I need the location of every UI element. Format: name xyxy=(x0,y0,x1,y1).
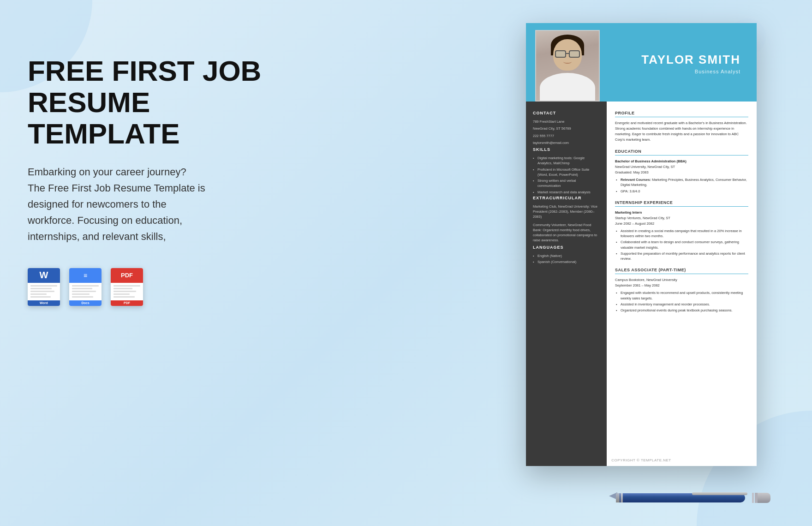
candidate-title: Business Analyst xyxy=(641,69,740,74)
contact-section-title: CONTACT xyxy=(533,111,600,115)
skill-item-1: Digital marketing tools: Google Analytic… xyxy=(533,155,600,166)
left-panel: FREE FIRST JOBRESUME TEMPLATE Embarking … xyxy=(28,55,277,306)
language-item-1: English (Native) xyxy=(533,253,600,258)
internship-section-title: INTERNSHIP EXPERIENCE xyxy=(615,200,748,207)
pen-decoration xyxy=(609,482,770,505)
sales-bullet-3: Organized promotional events during peak… xyxy=(615,308,748,313)
contact-phone: 222 555 7777 xyxy=(533,133,600,138)
resume-document: TAYLOR SMITH Business Analyst CONTACT 78… xyxy=(526,23,757,466)
skills-section-title: SKILLS xyxy=(533,147,600,152)
education-university: NewGrad University, NewGrad City, ST xyxy=(615,164,748,170)
education-graduated: Graduated: May 2083 xyxy=(615,170,748,175)
internship-section: INTERNSHIP EXPERIENCE Marketing Intern S… xyxy=(615,200,748,262)
internship-bullet-1: Assisted in creating a social media camp… xyxy=(615,228,748,239)
format-icons-group: W Word ≡ xyxy=(28,268,277,306)
main-title: FREE FIRST JOBRESUME TEMPLATE xyxy=(28,55,277,150)
pdf-label: PDF xyxy=(124,301,130,305)
sales-company: Campus Bookstore, NewGrad University xyxy=(615,277,748,283)
resume-header: TAYLOR SMITH Business Analyst xyxy=(526,23,757,102)
internship-dates: June 2082 – August 2082 xyxy=(615,221,748,227)
sales-section-title: Sales Associate (Part-time) xyxy=(615,268,748,274)
word-format-icon[interactable]: W Word xyxy=(28,268,60,306)
internship-company: Startup Ventures, NewGrad City, ST xyxy=(615,215,748,221)
resume-left-column: CONTACT 789 FreshStart Lane NewGrad City… xyxy=(526,102,607,466)
resume-body: CONTACT 789 FreshStart Lane NewGrad City… xyxy=(526,102,757,466)
sales-bullet-2: Assisted in inventory management and reo… xyxy=(615,302,748,307)
profile-text: Energetic and motivated recent graduate … xyxy=(615,120,748,143)
languages-section: LANGUAGES English (Native) Spanish (Conv… xyxy=(533,245,600,265)
profile-section: PROFILE Energetic and motivated recent g… xyxy=(615,111,748,143)
sales-bullet-1: Engaged with students to recommend and u… xyxy=(615,290,748,301)
word-icon-letter: W xyxy=(40,270,48,281)
profile-section-title: PROFILE xyxy=(615,111,748,117)
extracurricular-section: EXTRACURRICULAR Marketing Club, NewGrad … xyxy=(533,196,600,243)
internship-bullet-2: Collaborated with a team to design and c… xyxy=(615,239,748,250)
education-gpa: GPA: 3.8/4.0 xyxy=(615,189,748,194)
pdf-format-icon[interactable]: PDF PDF xyxy=(111,268,143,306)
sales-dates: September 2081 – May 2082 xyxy=(615,283,748,288)
resume-photo xyxy=(535,30,600,102)
internship-bullet-3: Supported the preparation of monthly per… xyxy=(615,251,748,262)
word-label: Word xyxy=(40,301,48,305)
contact-city: NewGrad City, ST 56789 xyxy=(533,126,600,131)
skill-item-4: Market research and data analysis xyxy=(533,190,600,195)
skill-item-2: Proficient in Microsoft Office Suite (Wo… xyxy=(533,167,600,178)
docs-format-icon[interactable]: ≡ Docs xyxy=(69,268,102,306)
sales-section: Sales Associate (Part-time) Campus Books… xyxy=(615,268,748,313)
description: Embarking on your career journey?The Fre… xyxy=(28,164,258,245)
extracurricular-section-title: EXTRACURRICULAR xyxy=(533,196,600,200)
pdf-icon-letter: PDF xyxy=(121,272,133,279)
candidate-name: TAYLOR SMITH xyxy=(641,53,740,67)
skills-section: SKILLS Digital marketing tools: Google A… xyxy=(533,147,600,195)
language-item-2: Spanish (Conversational) xyxy=(533,259,600,264)
resume-footer: COPYRIGHT © TEMPLATE.NET xyxy=(526,458,757,462)
contact-address: 789 FreshStart Lane xyxy=(533,119,600,124)
skill-item-3: Strong written and verbal communication xyxy=(533,178,600,189)
extracurricular-item-2: Community Volunteer, NewGrad Food Bank: … xyxy=(533,222,600,243)
resume-right-column: PROFILE Energetic and motivated recent g… xyxy=(607,102,757,466)
contact-email: taylorsmith@email.com xyxy=(533,140,600,145)
docs-icon-symbol: ≡ xyxy=(84,272,87,279)
languages-section-title: LANGUAGES xyxy=(533,245,600,250)
internship-job-title: Marketing Intern xyxy=(615,210,748,215)
docs-label: Docs xyxy=(81,301,89,305)
contact-section: CONTACT 789 FreshStart Lane NewGrad City… xyxy=(533,111,600,145)
education-courses: Relevant Courses: Marketing Principles, … xyxy=(615,177,748,188)
education-section: EDUCATION Bachelor of Business Administr… xyxy=(615,149,748,194)
resume-name-block: TAYLOR SMITH Business Analyst xyxy=(641,53,745,74)
copyright-text: COPYRIGHT © TEMPLATE.NET xyxy=(611,458,671,462)
education-degree: Bachelor of Business Administration (BBA… xyxy=(615,159,748,164)
extracurricular-item-1: Marketing Club, NewGrad University: Vice… xyxy=(533,204,600,220)
education-section-title: EDUCATION xyxy=(615,149,748,155)
